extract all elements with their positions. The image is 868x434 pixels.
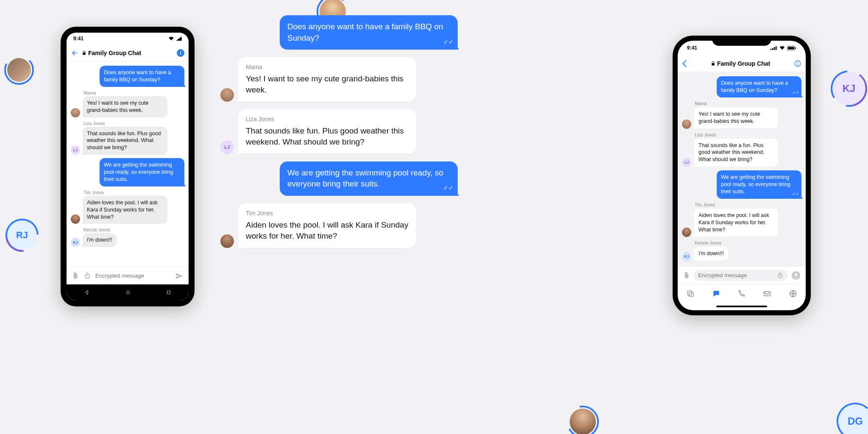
send-button[interactable] [791, 271, 801, 280]
signal-icon [176, 36, 182, 41]
android-navbar [67, 284, 189, 300]
message-row: Yes! I want to see my cute grand-babies … [71, 96, 184, 117]
back-button[interactable] [71, 49, 78, 57]
send-button[interactable] [175, 272, 184, 280]
tab-web[interactable] [789, 289, 797, 298]
info-button[interactable]: i [177, 49, 184, 57]
attachment-button[interactable] [72, 272, 79, 280]
message-bubble-in[interactable]: Liza Jones That sounds like fun. Plus go… [238, 109, 416, 154]
message-bubble-out[interactable]: We are getting the swimming pool ready, … [100, 158, 184, 186]
chat-title: Family Group Chat [711, 60, 770, 67]
avatar-kj[interactable]: KJ [682, 252, 691, 261]
avatar-lj[interactable]: LJ [71, 145, 80, 155]
message-sender: Tim Jones [83, 190, 184, 195]
svg-point-1 [5, 218, 39, 253]
message-bubble-out[interactable]: Does anyone want to have a family BBQ on… [717, 76, 801, 97]
message-bubble-in[interactable]: Aiden loves the pool. I will ask Kara if… [83, 196, 167, 224]
message-bubble-out[interactable]: Does anyone want to have a family BBQ on… [280, 15, 458, 50]
avatar-tim[interactable] [682, 228, 691, 237]
message-bubble-in[interactable]: That sounds like fun. Plus good weather … [83, 127, 167, 155]
ios-tabbar [678, 284, 806, 303]
avatar-mama[interactable] [682, 120, 691, 129]
avatar-tim[interactable] [220, 234, 234, 248]
message-row: We are getting the swimming pool ready, … [220, 161, 458, 196]
tab-calls[interactable] [737, 289, 746, 298]
svg-rect-17 [788, 47, 794, 49]
read-ticks-icon: ✓✓ [792, 191, 799, 197]
message-row: Yes! I want to see my cute grand-babies … [682, 107, 801, 129]
message-row: KJ I'm down!!! [682, 246, 801, 261]
message-row: Aiden loves the pool. I will ask Kara if… [682, 208, 801, 237]
svg-rect-24 [688, 291, 692, 295]
floating-avatar-kj: KJ [832, 72, 865, 105]
message-row: We are getting the swimming pool ready, … [682, 170, 801, 199]
composer [678, 266, 806, 284]
nav-recent[interactable] [166, 290, 171, 295]
chat-title: Family Group Chat [82, 50, 141, 56]
avatar-kj[interactable]: KJ [71, 238, 80, 247]
android-phone: 9:41 Family Group Chat i Does anyone wan… [61, 27, 195, 306]
read-ticks-icon: ✓✓ [443, 184, 453, 192]
message-row: We are getting the swimming pool ready, … [71, 158, 184, 186]
svg-rect-21 [797, 63, 798, 65]
chat-header: Family Group Chat i [67, 45, 189, 61]
message-bubble-in[interactable]: That sounds like a fun. Plus good weathe… [694, 138, 779, 167]
message-bubble-in[interactable]: Aiden loves the pool. I will ask Kara if… [694, 208, 779, 237]
read-ticks-icon: ✓✓ [443, 38, 453, 47]
message-bubble-in[interactable]: Yes! I want to see my cute grand-babies … [83, 96, 167, 117]
message-row: Does anyone want to have a family BBQ on… [220, 15, 458, 50]
floating-avatar-photo-bottom [568, 407, 598, 434]
message-bubble-in[interactable]: I'm down!!! [694, 246, 729, 261]
svg-point-8 [836, 402, 868, 434]
tab-mail[interactable] [763, 289, 771, 298]
timer-button[interactable] [777, 272, 784, 279]
signal-icon [771, 46, 777, 50]
message-bubble-in[interactable]: Yes! I want to see my cute grand-babies … [694, 107, 779, 129]
tab-copy[interactable] [686, 289, 695, 298]
message-row: LJ That sounds like a fun. Plus good wea… [682, 138, 801, 167]
message-input[interactable] [698, 272, 773, 278]
avatar-tim[interactable] [71, 214, 80, 224]
back-button[interactable] [682, 60, 687, 67]
message-bubble-out[interactable]: Does anyone want to have a family BBQ on… [100, 66, 184, 87]
nav-home[interactable] [125, 289, 131, 295]
svg-point-5 [568, 406, 598, 434]
lock-icon [82, 50, 86, 56]
message-sender: Mama [83, 90, 184, 95]
home-indicator[interactable] [678, 303, 806, 310]
chat-header: Family Group Chat [678, 55, 806, 72]
tab-chat[interactable] [712, 289, 721, 298]
svg-rect-18 [795, 47, 796, 49]
message-input[interactable] [95, 273, 171, 279]
message-sender: Mama [695, 101, 801, 106]
avatar-mama[interactable] [220, 88, 234, 102]
message-bubble-out[interactable]: We are getting the swimming pool ready, … [717, 170, 801, 199]
timer-button[interactable] [83, 272, 91, 280]
read-ticks-icon: ✓✓ [792, 90, 799, 96]
composer [67, 267, 189, 284]
message-row: Aiden loves the pool. I will ask Kara if… [71, 196, 184, 224]
svg-rect-15 [776, 46, 777, 50]
avatar-lj[interactable]: LJ [220, 140, 234, 154]
message-bubble-out[interactable]: We are getting the swimming pool ready, … [280, 161, 458, 196]
nav-back[interactable] [84, 289, 90, 295]
message-sender: Kenzie Jones [695, 240, 801, 245]
svg-point-7 [830, 70, 868, 108]
status-time: 9:41 [687, 45, 697, 51]
message-sender: Liza Jones [83, 121, 184, 126]
svg-rect-14 [774, 47, 775, 50]
floating-avatar-dg: DG [838, 404, 868, 434]
svg-rect-13 [772, 48, 773, 50]
message-bubble-in[interactable]: Tim Jones Aiden loves the pool. I will a… [238, 203, 416, 248]
info-button[interactable] [794, 60, 801, 67]
center-conversation: Does anyone want to have a family BBQ on… [220, 15, 458, 248]
avatar-lj[interactable]: LJ [682, 158, 691, 167]
attachment-button[interactable] [683, 272, 690, 279]
message-bubble-in[interactable]: Mama Yes! I want to see my cute grand-ba… [238, 57, 416, 102]
message-row: Mama Yes! I want to see my cute grand-ba… [220, 57, 458, 102]
status-bar: 9:41 [67, 33, 189, 45]
iphone: 9:41 Family Group Chat Does anyone want … [673, 36, 811, 315]
message-bubble-in[interactable]: I'm down!!! [83, 233, 117, 247]
message-row: Does anyone want to have a family BBQ on… [71, 66, 184, 87]
avatar-mama[interactable] [71, 108, 80, 117]
